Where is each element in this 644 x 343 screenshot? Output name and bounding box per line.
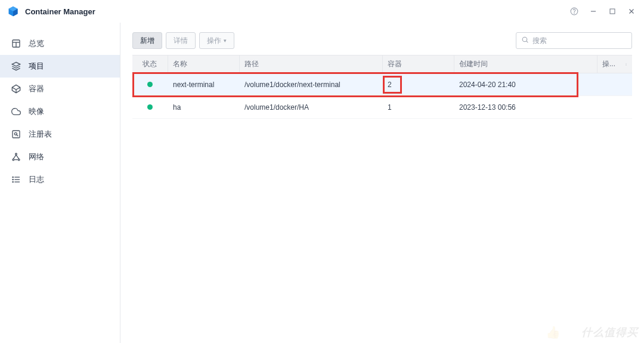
svg-point-33 — [626, 64, 627, 65]
table-header: 状态 名称 路径 容器 创建时间 操... — [132, 55, 632, 73]
svg-point-31 — [626, 63, 627, 64]
header-container[interactable]: 容器 — [383, 55, 454, 73]
cell-action — [597, 73, 632, 95]
status-dot-running-icon — [147, 82, 153, 87]
svg-point-4 — [574, 13, 575, 14]
search-icon — [521, 35, 529, 46]
svg-point-20 — [18, 159, 20, 160]
watermark-text: 什么值得买 — [581, 325, 638, 339]
header-name[interactable]: 名称 — [168, 55, 240, 73]
sidebar-item-overview[interactable]: 总览 — [0, 32, 120, 55]
content-area: 新增 详情 操作 ▾ 状态 名称 路径 容器 创建时间 操... — [120, 23, 644, 343]
header-more-icon[interactable] — [620, 55, 632, 73]
layers-icon — [11, 61, 21, 72]
app-icon — [7, 5, 19, 17]
svg-rect-6 — [610, 9, 615, 14]
projects-table: 状态 名称 路径 容器 创建时间 操... next-terminal /vol… — [132, 55, 632, 119]
sidebar-item-label: 总览 — [29, 38, 44, 49]
svg-point-28 — [13, 181, 13, 182]
close-button[interactable] — [626, 6, 637, 17]
svg-point-32 — [626, 64, 627, 64]
cell-name: next-terminal — [168, 73, 240, 95]
cell-path: /volume1/docker/next-terminal — [240, 73, 383, 95]
cell-container: 2 — [383, 73, 454, 95]
sidebar-item-project[interactable]: 项目 — [0, 55, 120, 78]
svg-line-30 — [527, 41, 528, 43]
header-action[interactable]: 操... — [597, 55, 620, 73]
svg-marker-12 — [12, 62, 20, 66]
cell-created: 2023-12-13 00:56 — [454, 96, 597, 118]
sidebar-item-registry[interactable]: 注册表 — [0, 123, 120, 146]
svg-point-27 — [13, 179, 13, 180]
cloud-icon — [11, 106, 21, 117]
app-title: Container Manager — [25, 7, 569, 16]
sidebar-item-label: 日志 — [29, 174, 44, 185]
table-row[interactable]: next-terminal /volume1/docker/next-termi… — [132, 73, 632, 96]
status-dot-running-icon — [147, 104, 153, 110]
list-icon — [11, 174, 21, 185]
maximize-button[interactable] — [607, 6, 618, 17]
svg-point-19 — [13, 159, 14, 160]
cube-icon — [11, 84, 21, 94]
detail-button[interactable]: 详情 — [166, 32, 196, 49]
svg-line-17 — [17, 135, 18, 137]
cell-action — [597, 96, 632, 118]
header-status[interactable]: 状态 — [132, 55, 168, 73]
sidebar-item-label: 网络 — [29, 152, 44, 162]
header-created[interactable]: 创建时间 — [454, 55, 597, 73]
cell-path: /volume1/docker/HA — [240, 96, 383, 118]
sidebar-item-label: 注册表 — [29, 129, 52, 140]
sidebar-item-label: 容器 — [29, 84, 44, 94]
title-bar: Container Manager — [0, 0, 644, 23]
registry-icon — [11, 129, 21, 140]
network-icon — [11, 152, 21, 162]
help-button[interactable] — [569, 6, 580, 17]
toolbar: 新增 详情 操作 ▾ — [132, 32, 632, 49]
watermark-icon: 👍 — [546, 325, 561, 339]
cell-status — [132, 96, 168, 118]
sidebar-item-label: 项目 — [29, 61, 44, 72]
sidebar-item-container[interactable]: 容器 — [0, 78, 120, 100]
header-path[interactable]: 路径 — [240, 55, 383, 73]
minimize-button[interactable] — [588, 6, 599, 17]
search-input[interactable] — [532, 36, 627, 45]
svg-line-21 — [13, 155, 16, 159]
svg-rect-15 — [13, 131, 20, 138]
cell-status — [132, 73, 168, 95]
add-button[interactable]: 新增 — [132, 32, 162, 49]
dashboard-icon — [11, 38, 21, 49]
table-row[interactable]: ha /volume1/docker/HA 1 2023-12-13 00:56 — [132, 96, 632, 119]
svg-line-22 — [16, 155, 19, 159]
cell-container: 1 — [383, 96, 454, 118]
chevron-down-icon: ▾ — [224, 38, 227, 44]
search-box[interactable] — [516, 32, 632, 49]
cell-name: ha — [168, 96, 240, 118]
sidebar-item-network[interactable]: 网络 — [0, 146, 120, 168]
svg-point-29 — [522, 37, 527, 42]
cell-created: 2024-04-20 21:40 — [454, 73, 597, 95]
action-button[interactable]: 操作 ▾ — [199, 32, 234, 49]
svg-point-18 — [16, 153, 17, 155]
sidebar-item-label: 映像 — [29, 106, 44, 117]
sidebar-item-log[interactable]: 日志 — [0, 168, 120, 191]
window-controls — [569, 6, 637, 17]
sidebar: 总览 项目 容器 映像 注册表 — [0, 23, 120, 343]
sidebar-item-image[interactable]: 映像 — [0, 100, 120, 123]
action-button-label: 操作 — [207, 36, 221, 46]
svg-point-26 — [13, 177, 13, 177]
